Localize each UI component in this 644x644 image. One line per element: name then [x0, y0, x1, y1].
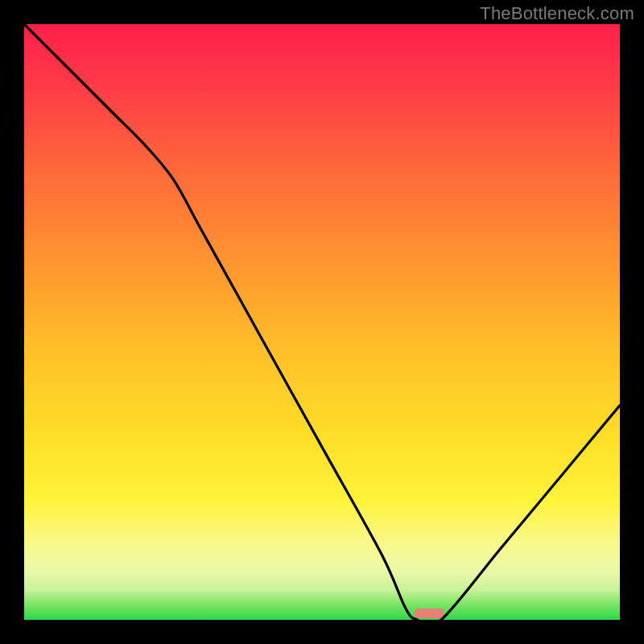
chart-frame: TheBottleneck.com [0, 0, 644, 644]
optimum-marker [415, 609, 444, 618]
watermark-text: TheBottleneck.com [480, 3, 634, 24]
bottleneck-chart [0, 0, 644, 644]
